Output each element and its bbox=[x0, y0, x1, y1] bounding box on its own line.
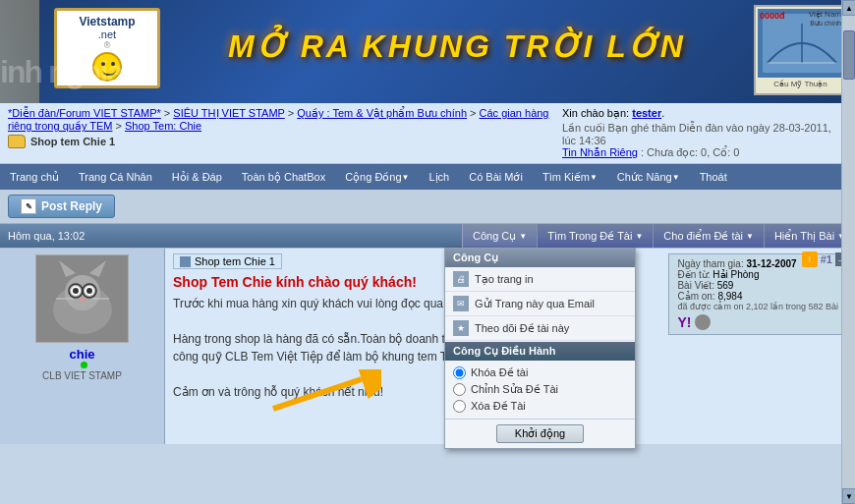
post-row: chie CLB VIET STAMP ! #1 — Ngày tham gia… bbox=[0, 248, 855, 444]
breadcrumb-links: *Diễn đàn/Forum VIET STAMP* > SIÊU THỊ V… bbox=[8, 107, 554, 159]
online-indicator bbox=[81, 362, 87, 368]
nav-timkiem[interactable]: Tìm Kiếm▼ bbox=[533, 164, 607, 190]
thread-post-time: Hôm qua, 13:02 bbox=[0, 224, 92, 248]
avatar-svg bbox=[36, 255, 129, 343]
menu-choidemdetai[interactable]: Cho điểm Đề tài▼ bbox=[653, 224, 764, 248]
warning-icon: ! bbox=[802, 252, 818, 267]
logo-text: Vietstamp bbox=[79, 15, 135, 28]
post-reply-button[interactable]: ✎ Post Reply bbox=[8, 195, 115, 218]
dropdown-section-dieuhanh: Công Cụ Điều Hành bbox=[445, 342, 635, 361]
radio-item-chinhsua: Chỉnh Sửa Đề Tài bbox=[453, 381, 627, 398]
shop-folder: Shop tem Chie 1 bbox=[8, 135, 554, 148]
radio-chinhsua[interactable] bbox=[453, 383, 466, 396]
congcu-dropdown: Công Cụ 🖨 Tạo trang in ✉ Gửi Trang này q… bbox=[444, 248, 636, 449]
shop-title-icon bbox=[180, 256, 191, 267]
shop-title-badge: Shop tem Chie 1 bbox=[173, 253, 282, 269]
dropdown-item-taotrangin[interactable]: 🖨 Tạo trang in bbox=[445, 267, 635, 292]
edit-icon: ✎ bbox=[21, 198, 36, 214]
breadcrumb-link-forum[interactable]: *Diễn đàn/Forum VIET STAMP* bbox=[8, 107, 161, 119]
email-icon: ✉ bbox=[453, 296, 469, 311]
join-date-label: Ngày tham gia: bbox=[677, 258, 743, 269]
received-label: đã được cảm on 2,102 lần trong 582 Bài bbox=[677, 302, 838, 311]
navbar: Trang chủ Trang Cá Nhân Hỏi & Đáp Toàn b… bbox=[0, 164, 855, 190]
pm-link[interactable]: Tin Nhắn Riêng bbox=[562, 146, 638, 158]
radio-khoa[interactable] bbox=[453, 366, 466, 379]
radio-item-xoa: Xóa Đề Tài bbox=[453, 398, 627, 415]
nav-congdong[interactable]: Cộng Đồng▼ bbox=[335, 164, 419, 190]
user-group: CLB VIET STAMP bbox=[42, 370, 122, 381]
svg-line-19 bbox=[273, 379, 362, 409]
nav-cobaimoi[interactable]: Có Bài Mới bbox=[459, 164, 533, 190]
breadcrumb: *Diễn đàn/Forum VIET STAMP* > SIÊU THỊ V… bbox=[8, 107, 554, 133]
user-avatar bbox=[35, 254, 129, 343]
nav-chatbox[interactable]: Toàn bộ ChatBox bbox=[232, 164, 335, 190]
nav-thoat[interactable]: Thoát bbox=[690, 164, 737, 190]
scroll-down-right-btn[interactable]: ▼ bbox=[842, 488, 855, 504]
arrow-indicator bbox=[263, 369, 381, 421]
dropdown-submit-btn[interactable]: Khởi động bbox=[496, 424, 584, 443]
subscribe-icon: ★ bbox=[453, 320, 469, 336]
svg-point-10 bbox=[73, 288, 79, 294]
header-stamp: Việt Nam Bưu chính 0000đ Cầu Mỹ Thuận bbox=[754, 5, 847, 95]
shop-label: Shop tem Chie 1 bbox=[30, 136, 115, 147]
posts-label: Bài Viết: bbox=[677, 280, 714, 291]
radio-xoa[interactable] bbox=[453, 400, 466, 413]
post-number: #1 bbox=[821, 253, 832, 265]
arrow-svg bbox=[263, 369, 381, 419]
thread-menus: Công Cụ▼ Tìm Trong Đề Tài▼ Cho điểm Đề t… bbox=[462, 224, 855, 248]
user-info-panel: Xin chào bạn: tester. Lần cuối Bạn ghé t… bbox=[562, 107, 847, 159]
yahoo-icon: Y! bbox=[677, 314, 691, 330]
breadcrumb-link-sieuthi[interactable]: SIÊU THỊ VIET STAMP bbox=[173, 107, 284, 119]
nav-lich[interactable]: Lịch bbox=[419, 164, 459, 190]
nav-chucnang[interactable]: Chức Năng▼ bbox=[607, 164, 690, 190]
breadcrumb-link-shop[interactable]: Shop Tem: Chie bbox=[125, 120, 201, 132]
dropdown-submit-row: Khởi động bbox=[445, 419, 635, 448]
nav-hoidap[interactable]: Hỏi & Đáp bbox=[162, 164, 232, 190]
svg-point-11 bbox=[86, 288, 92, 294]
dropdown-section-congcu: Công Cụ bbox=[445, 249, 635, 267]
logo-net: .net bbox=[98, 28, 116, 40]
post-reply-bar: ✎ Post Reply bbox=[0, 190, 855, 224]
dropdown-radio-group: Khóa Đề tài Chỉnh Sửa Đề Tài Xóa Đề Tài bbox=[445, 361, 635, 419]
thread-header-bar: Hôm qua, 13:02 Công Cụ▼ Tìm Trong Đề Tài… bbox=[0, 224, 855, 248]
breadcrumb-area: *Diễn đàn/Forum VIET STAMP* > SIÊU THỊ V… bbox=[0, 103, 855, 164]
scroll-thumb[interactable] bbox=[843, 30, 855, 80]
thanks-value: 8,984 bbox=[717, 291, 742, 302]
main-content: Hôm qua, 13:02 Công Cụ▼ Tìm Trong Đề Tài… bbox=[0, 224, 855, 444]
nav-trangchu[interactable]: Trang chủ bbox=[0, 164, 69, 190]
join-date: 31-12-2007 bbox=[746, 258, 796, 269]
msn-icon bbox=[695, 314, 711, 330]
side-text: inh nghia bbox=[0, 54, 122, 90]
from-value: Hải Phòng bbox=[712, 269, 759, 280]
menu-timtrongdetai[interactable]: Tìm Trong Đề Tài▼ bbox=[537, 224, 653, 248]
dropdown-item-theodoi[interactable]: ★ Theo dõi Đề tài này bbox=[445, 316, 635, 341]
username-link[interactable]: tester bbox=[632, 107, 661, 119]
site-header: Vietstamp .net ® MỞ RA KHUNG TRỜI LỚN in… bbox=[0, 0, 855, 103]
menu-congcu[interactable]: Công Cụ▼ bbox=[462, 224, 537, 248]
print-icon: 🖨 bbox=[453, 271, 469, 287]
folder-icon bbox=[8, 135, 26, 148]
radio-item-khoa: Khóa Đề tài bbox=[453, 364, 627, 381]
posts-value: 569 bbox=[717, 280, 734, 291]
scrollbar-right: ▲ ▼ bbox=[841, 0, 855, 504]
from-label: Đến từ: bbox=[677, 269, 710, 280]
thanks-label: Cảm on: bbox=[677, 291, 714, 302]
scroll-up-right-btn[interactable]: ▲ bbox=[842, 0, 855, 16]
social-icons: Y! bbox=[677, 314, 838, 330]
header-title: MỞ RA KHUNG TRỜI LỚN bbox=[177, 28, 737, 65]
post-meta: chie CLB VIET STAMP bbox=[0, 249, 165, 444]
pm-info: Tin Nhắn Riêng : Chưa đọc: 0, Cổ: 0 bbox=[562, 146, 847, 159]
breadcrumb-link-quay[interactable]: Quầy : Tem & Vật phẩm Bưu chính bbox=[297, 107, 467, 119]
last-visit: Lần cuối Bạn ghé thăm Diễn đàn vào ngày … bbox=[562, 122, 847, 146]
scroll-track bbox=[842, 16, 855, 488]
dropdown-item-guiemail[interactable]: ✉ Gửi Trang này qua Email bbox=[445, 292, 635, 316]
nav-trangcanhan[interactable]: Trang Cá Nhân bbox=[69, 164, 162, 190]
post-username-link[interactable]: chie bbox=[69, 347, 94, 362]
